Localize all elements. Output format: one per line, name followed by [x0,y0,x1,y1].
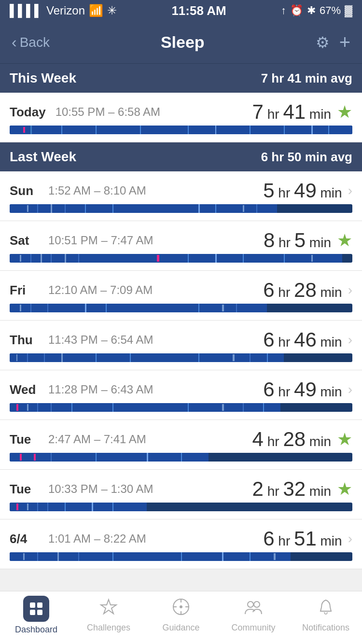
sleep-duration-64: 6 hr 51 min [263,527,342,550]
sleep-entry-thu[interactable]: Thu 11:43 PM – 6:54 AM 6 hr 46 min › [0,321,362,370]
tab-bar: Dashboard Challenges Guidance [0,591,362,644]
challenges-icon [99,598,118,620]
carrier-label: Verizon [46,4,85,17]
chevron-icon-fri: › [348,282,352,298]
tab-guidance-label: Guidance [162,623,199,633]
svg-rect-2 [30,610,35,615]
signal-icon: ▌▌▌▌ [10,4,42,17]
sleep-day-tue1: Tue [10,432,39,447]
svg-point-11 [248,602,253,607]
star-icon-today: ★ [337,102,352,122]
nav-bar: ‹ Back Sleep ⚙ + [0,21,362,64]
sleep-time-64: 1:01 AM – 8:22 AM [48,532,146,546]
sleep-duration-sat: 8 hr 5 min [264,229,331,252]
svg-rect-3 [37,610,42,615]
sleep-bar-tue2 [10,503,352,511]
tab-guidance[interactable]: Guidance [145,591,217,644]
sleep-time-tue2: 10:33 PM – 1:30 AM [48,482,153,496]
sleep-time-fri: 12:10 AM – 7:09 AM [48,283,153,297]
community-icon [244,598,263,620]
status-left: ▌▌▌▌ Verizon 📶 ✳ [10,4,117,17]
back-chevron-icon: ‹ [12,33,17,51]
chevron-icon-sun: › [348,183,352,198]
sleep-entry-tue2[interactable]: Tue 10:33 PM – 1:30 AM 2 hr 32 min ★ [0,470,362,519]
bluetooth-icon: ✱ [307,4,316,17]
last-week-title: Last Week [10,149,76,165]
star-icon-tue1: ★ [337,429,352,449]
sleep-day-sun: Sun [10,183,39,198]
sleep-bar-wed [10,403,352,412]
sleep-duration-thu: 6 hr 46 min [263,328,342,351]
svg-rect-0 [30,602,35,608]
sleep-duration-tue2: 2 hr 32 min [252,477,331,501]
tab-community-label: Community [231,623,275,633]
tab-community[interactable]: Community [217,591,290,644]
svg-point-12 [254,602,260,607]
svg-rect-1 [37,602,42,608]
notifications-icon [317,598,335,620]
sleep-entry-sat[interactable]: Sat 10:51 PM – 7:47 AM 8 hr 5 min ★ [0,221,362,271]
tab-notifications[interactable]: Notifications [290,591,362,644]
sleep-bar-sun [10,204,352,213]
wifi-icon: 📶 [89,4,103,17]
sleep-entry-sun[interactable]: Sun 1:52 AM – 8:10 AM 5 hr 49 min › [0,171,362,221]
svg-marker-4 [101,600,116,614]
sleep-time-wed: 11:28 PM – 6:43 AM [48,383,153,396]
sleep-time-sun: 1:52 AM – 8:10 AM [48,184,146,197]
sleep-day-sat: Sat [10,233,39,248]
last-week-avg: 6 hr 50 min avg [261,150,352,165]
sleep-duration-sun: 5 hr 49 min [263,179,342,202]
sleep-duration-fri: 6 hr 28 min [263,279,342,302]
settings-icon[interactable]: ⚙ [316,33,330,52]
sleep-duration-today: 7 hr 41 min [252,100,331,124]
sleep-day-fri: Fri [10,283,39,298]
tab-challenges[interactable]: Challenges [72,591,145,644]
content-area: This Week 7 hr 41 min avg Today 10:55 PM… [0,64,362,622]
sleep-day-wed: Wed [10,382,39,397]
sleep-entry-fri[interactable]: Fri 12:10 AM – 7:09 AM 6 hr 28 min › [0,271,362,321]
status-bar: ▌▌▌▌ Verizon 📶 ✳ 11:58 AM ↑ ⏰ ✱ 67% ▓ [0,0,362,21]
sleep-bar-sat [10,254,352,263]
sleep-entry-wed[interactable]: Wed 11:28 PM – 6:43 AM 6 hr 49 min › [0,370,362,420]
page-title: Sleep [161,33,205,52]
sleep-bar-fri [10,304,352,312]
tab-challenges-label: Challenges [87,623,130,633]
star-icon-sat: ★ [337,230,352,251]
back-button[interactable]: ‹ Back [12,33,50,51]
this-week-header: This Week 7 hr 41 min avg [0,64,362,93]
battery-label: 67% [320,4,341,17]
battery-icon: ▓ [345,4,352,17]
location-icon: ↑ [281,4,286,17]
sleep-entry-tue1[interactable]: Tue 2:47 AM – 7:41 AM 4 hr 28 min ★ [0,420,362,470]
sleep-bar-today [10,126,352,134]
star-icon-tue2: ★ [337,479,352,499]
tab-notifications-label: Notifications [302,623,349,633]
alarm-icon: ⏰ [290,4,303,17]
sleep-day-64: 6/4 [10,532,39,546]
this-week-title: This Week [10,70,76,86]
svg-point-6 [180,605,182,608]
sleep-time-tue1: 2:47 AM – 7:41 AM [48,433,146,446]
guidance-icon [172,598,190,620]
sleep-bar-64 [10,552,352,561]
back-label: Back [20,35,50,50]
sleep-day-today: Today [10,105,46,120]
chevron-icon-wed: › [348,382,352,397]
sleep-entry-64[interactable]: 6/4 1:01 AM – 8:22 AM 6 hr 51 min › [0,519,362,569]
sleep-time-sat: 10:51 PM – 7:47 AM [48,234,153,247]
this-week-avg: 7 hr 41 min avg [261,71,352,86]
sleep-duration-tue1: 4 hr 28 min [252,428,331,451]
chevron-icon-thu: › [348,332,352,348]
nav-actions: ⚙ + [316,31,350,53]
tab-dashboard-label: Dashboard [15,625,57,635]
tab-dashboard[interactable]: Dashboard [0,591,72,644]
add-icon[interactable]: + [339,31,350,53]
status-right: ↑ ⏰ ✱ 67% ▓ [281,4,352,17]
chevron-icon-64: › [348,531,352,546]
sleep-time-thu: 11:43 PM – 6:54 AM [48,333,153,347]
sleep-time-today: 10:55 PM – 6:58 AM [56,105,160,119]
status-time: 11:58 AM [171,3,226,18]
sleep-entry-today[interactable]: Today 10:55 PM – 6:58 AM 7 hr 41 min ★ [0,93,362,142]
sleep-bar-thu [10,353,352,362]
sleep-bar-tue1 [10,453,352,462]
